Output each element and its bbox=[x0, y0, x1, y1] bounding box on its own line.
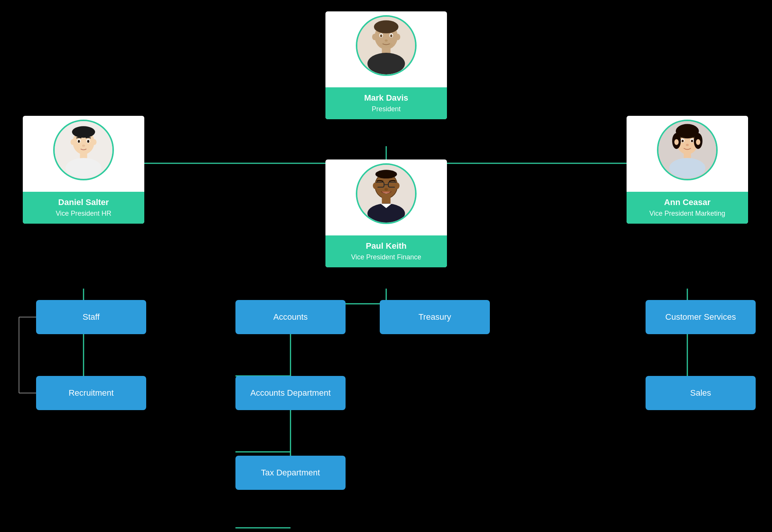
daniel-avatar bbox=[53, 120, 114, 180]
svg-point-35 bbox=[385, 39, 388, 42]
person-card-daniel: Daniel Salter Vice President HR bbox=[23, 116, 144, 224]
dept-box-treasury: Treasury bbox=[380, 300, 490, 334]
svg-point-69 bbox=[696, 139, 700, 145]
svg-point-28 bbox=[368, 53, 405, 74]
svg-rect-56 bbox=[382, 197, 391, 204]
paul-title: Vice President Finance bbox=[329, 253, 443, 261]
svg-point-48 bbox=[82, 145, 85, 147]
svg-point-74 bbox=[686, 144, 689, 146]
mark-name: Mark Davis bbox=[329, 93, 443, 104]
svg-point-73 bbox=[691, 140, 693, 142]
paul-card-footer: Paul Keith Vice President Finance bbox=[325, 235, 447, 267]
svg-point-30 bbox=[395, 34, 400, 40]
svg-point-46 bbox=[78, 140, 80, 143]
ann-photo-area bbox=[627, 116, 748, 192]
svg-point-26 bbox=[374, 21, 399, 33]
dept-box-customer-services: Customer Services bbox=[646, 300, 756, 334]
dept-box-staff: Staff bbox=[36, 300, 146, 334]
person-card-mark: Mark Davis President bbox=[325, 11, 447, 119]
daniel-card-footer: Daniel Salter Vice President HR bbox=[23, 192, 144, 224]
mark-card-footer: Mark Davis President bbox=[325, 87, 447, 119]
dept-box-sales: Sales bbox=[646, 376, 756, 410]
svg-point-59 bbox=[395, 183, 399, 189]
svg-point-67 bbox=[669, 158, 706, 178]
ann-title: Vice President Marketing bbox=[630, 210, 744, 218]
mark-avatar bbox=[356, 15, 417, 76]
daniel-title: Vice President HR bbox=[27, 210, 141, 218]
person-card-ann: Ann Ceasar Vice President Marketing bbox=[627, 116, 748, 224]
svg-point-68 bbox=[674, 139, 679, 145]
ann-avatar bbox=[657, 120, 718, 180]
svg-point-36 bbox=[380, 42, 393, 48]
ann-card-footer: Ann Ceasar Vice President Marketing bbox=[627, 192, 748, 224]
mark-photo-area bbox=[325, 11, 447, 87]
paul-photo-area bbox=[325, 159, 447, 235]
svg-point-58 bbox=[373, 183, 378, 189]
mark-title: President bbox=[329, 105, 443, 113]
svg-point-33 bbox=[380, 35, 382, 38]
svg-point-42 bbox=[71, 139, 75, 145]
dept-box-accounts: Accounts bbox=[235, 300, 346, 334]
org-chart: Mark Davis President bbox=[0, 0, 772, 532]
svg-point-41 bbox=[66, 158, 102, 178]
ann-name: Ann Ceasar bbox=[630, 197, 744, 208]
svg-point-39 bbox=[72, 126, 95, 137]
svg-point-29 bbox=[372, 34, 377, 40]
paul-name: Paul Keith bbox=[329, 241, 443, 252]
daniel-name: Daniel Salter bbox=[27, 197, 141, 208]
svg-point-60 bbox=[384, 188, 388, 191]
svg-point-72 bbox=[682, 140, 684, 142]
dept-box-tax: Tax Department bbox=[235, 456, 346, 490]
person-card-paul: Paul Keith Vice President Finance bbox=[325, 159, 447, 267]
dept-box-accounts-dept: Accounts Department bbox=[235, 376, 346, 410]
svg-point-43 bbox=[92, 139, 96, 145]
svg-point-34 bbox=[390, 35, 392, 38]
daniel-photo-area bbox=[23, 116, 144, 192]
svg-point-52 bbox=[376, 170, 397, 178]
paul-avatar bbox=[356, 163, 417, 224]
dept-box-recruitment: Recruitment bbox=[36, 376, 146, 410]
svg-point-47 bbox=[87, 140, 90, 143]
